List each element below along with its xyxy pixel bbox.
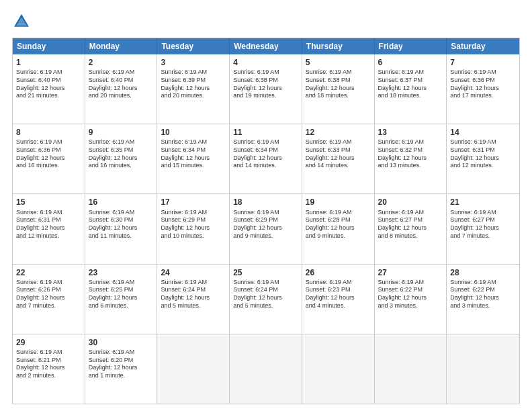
calendar-empty	[375, 334, 447, 404]
header-day-thursday: Thursday	[302, 38, 375, 54]
day-number: 24	[161, 267, 226, 278]
day-info: Sunrise: 6:19 AM Sunset: 6:24 PM Dayligh…	[161, 279, 226, 310]
day-number: 9	[89, 127, 154, 138]
day-info: Sunrise: 6:19 AM Sunset: 6:36 PM Dayligh…	[16, 138, 81, 170]
calendar: SundayMondayTuesdayWednesdayThursdayFrid…	[12, 38, 520, 404]
day-info: Sunrise: 6:19 AM Sunset: 6:40 PM Dayligh…	[89, 68, 154, 100]
day-number: 3	[161, 57, 226, 68]
calendar-day-30: 30Sunrise: 6:19 AM Sunset: 6:20 PM Dayli…	[85, 334, 158, 404]
calendar-day-13: 13Sunrise: 6:19 AM Sunset: 6:32 PM Dayli…	[375, 124, 447, 193]
day-number: 5	[306, 57, 371, 68]
calendar-row-1: 8Sunrise: 6:19 AM Sunset: 6:36 PM Daylig…	[13, 124, 519, 193]
calendar-day-25: 25Sunrise: 6:19 AM Sunset: 6:24 PM Dayli…	[230, 265, 302, 334]
day-info: Sunrise: 6:19 AM Sunset: 6:24 PM Dayligh…	[233, 279, 298, 310]
page: SundayMondayTuesdayWednesdayThursdayFrid…	[0, 0, 532, 411]
header-day-sunday: Sunday	[13, 38, 85, 54]
calendar-day-2: 2Sunrise: 6:19 AM Sunset: 6:40 PM Daylig…	[85, 54, 158, 124]
day-number: 29	[16, 337, 81, 348]
day-number: 12	[306, 127, 371, 138]
day-info: Sunrise: 6:19 AM Sunset: 6:34 PM Dayligh…	[161, 138, 226, 170]
day-info: Sunrise: 6:19 AM Sunset: 6:34 PM Dayligh…	[233, 138, 298, 170]
day-number: 21	[450, 197, 516, 208]
day-number: 11	[233, 127, 298, 138]
calendar-day-1: 1Sunrise: 6:19 AM Sunset: 6:40 PM Daylig…	[13, 54, 85, 124]
calendar-row-4: 29Sunrise: 6:19 AM Sunset: 6:21 PM Dayli…	[13, 334, 519, 404]
calendar-day-23: 23Sunrise: 6:19 AM Sunset: 6:25 PM Dayli…	[85, 265, 158, 334]
header-day-saturday: Saturday	[447, 38, 519, 54]
calendar-row-0: 1Sunrise: 6:19 AM Sunset: 6:40 PM Daylig…	[13, 54, 519, 124]
day-number: 18	[233, 197, 298, 208]
header-day-friday: Friday	[375, 38, 447, 54]
day-number: 25	[233, 267, 298, 278]
day-info: Sunrise: 6:19 AM Sunset: 6:21 PM Dayligh…	[16, 349, 81, 380]
day-info: Sunrise: 6:19 AM Sunset: 6:38 PM Dayligh…	[306, 68, 371, 100]
calendar-day-8: 8Sunrise: 6:19 AM Sunset: 6:36 PM Daylig…	[13, 124, 85, 193]
calendar-day-16: 16Sunrise: 6:19 AM Sunset: 6:30 PM Dayli…	[85, 194, 158, 263]
calendar-day-7: 7Sunrise: 6:19 AM Sunset: 6:36 PM Daylig…	[447, 54, 519, 124]
calendar-day-20: 20Sunrise: 6:19 AM Sunset: 6:27 PM Dayli…	[375, 194, 447, 263]
day-info: Sunrise: 6:19 AM Sunset: 6:22 PM Dayligh…	[450, 279, 516, 310]
day-number: 28	[450, 267, 516, 278]
day-info: Sunrise: 6:19 AM Sunset: 6:38 PM Dayligh…	[233, 68, 298, 100]
calendar-day-5: 5Sunrise: 6:19 AM Sunset: 6:38 PM Daylig…	[302, 54, 375, 124]
calendar-day-21: 21Sunrise: 6:19 AM Sunset: 6:27 PM Dayli…	[447, 194, 519, 263]
calendar-day-24: 24Sunrise: 6:19 AM Sunset: 6:24 PM Dayli…	[157, 265, 230, 334]
calendar-day-19: 19Sunrise: 6:19 AM Sunset: 6:28 PM Dayli…	[302, 194, 375, 263]
day-info: Sunrise: 6:19 AM Sunset: 6:33 PM Dayligh…	[306, 138, 371, 170]
day-info: Sunrise: 6:19 AM Sunset: 6:37 PM Dayligh…	[378, 68, 443, 100]
day-info: Sunrise: 6:19 AM Sunset: 6:26 PM Dayligh…	[16, 279, 81, 310]
day-info: Sunrise: 6:19 AM Sunset: 6:39 PM Dayligh…	[161, 68, 226, 100]
day-number: 27	[378, 267, 443, 278]
day-info: Sunrise: 6:19 AM Sunset: 6:23 PM Dayligh…	[306, 279, 371, 310]
calendar-empty	[157, 334, 230, 404]
calendar-header: SundayMondayTuesdayWednesdayThursdayFrid…	[13, 38, 519, 54]
logo	[12, 12, 34, 31]
calendar-day-11: 11Sunrise: 6:19 AM Sunset: 6:34 PM Dayli…	[230, 124, 302, 193]
day-info: Sunrise: 6:19 AM Sunset: 6:28 PM Dayligh…	[306, 209, 371, 240]
calendar-day-12: 12Sunrise: 6:19 AM Sunset: 6:33 PM Dayli…	[302, 124, 375, 193]
day-info: Sunrise: 6:19 AM Sunset: 6:20 PM Dayligh…	[89, 349, 154, 380]
day-info: Sunrise: 6:19 AM Sunset: 6:27 PM Dayligh…	[378, 209, 443, 240]
day-number: 26	[306, 267, 371, 278]
day-number: 14	[450, 127, 516, 138]
day-info: Sunrise: 6:19 AM Sunset: 6:35 PM Dayligh…	[89, 138, 154, 170]
calendar-day-9: 9Sunrise: 6:19 AM Sunset: 6:35 PM Daylig…	[85, 124, 158, 193]
day-info: Sunrise: 6:19 AM Sunset: 6:30 PM Dayligh…	[89, 209, 154, 240]
calendar-day-29: 29Sunrise: 6:19 AM Sunset: 6:21 PM Dayli…	[13, 334, 85, 404]
day-number: 8	[16, 127, 81, 138]
day-number: 15	[16, 197, 81, 208]
header	[12, 12, 520, 31]
calendar-empty	[230, 334, 302, 404]
day-number: 16	[89, 197, 154, 208]
day-info: Sunrise: 6:19 AM Sunset: 6:27 PM Dayligh…	[450, 209, 516, 240]
day-number: 2	[89, 57, 154, 68]
day-info: Sunrise: 6:19 AM Sunset: 6:25 PM Dayligh…	[89, 279, 154, 310]
day-number: 13	[378, 127, 443, 138]
day-number: 17	[161, 197, 226, 208]
day-number: 6	[378, 57, 443, 68]
header-day-wednesday: Wednesday	[230, 38, 302, 54]
day-number: 7	[450, 57, 516, 68]
logo-icon	[12, 12, 31, 31]
day-number: 30	[89, 337, 154, 348]
day-number: 22	[16, 267, 81, 278]
calendar-day-26: 26Sunrise: 6:19 AM Sunset: 6:23 PM Dayli…	[302, 265, 375, 334]
calendar-day-10: 10Sunrise: 6:19 AM Sunset: 6:34 PM Dayli…	[157, 124, 230, 193]
day-info: Sunrise: 6:19 AM Sunset: 6:32 PM Dayligh…	[378, 138, 443, 170]
day-info: Sunrise: 6:19 AM Sunset: 6:40 PM Dayligh…	[16, 68, 81, 100]
day-number: 20	[378, 197, 443, 208]
calendar-empty	[302, 334, 375, 404]
day-info: Sunrise: 6:19 AM Sunset: 6:29 PM Dayligh…	[233, 209, 298, 240]
day-info: Sunrise: 6:19 AM Sunset: 6:36 PM Dayligh…	[450, 68, 516, 100]
day-info: Sunrise: 6:19 AM Sunset: 6:31 PM Dayligh…	[450, 138, 516, 170]
day-number: 1	[16, 57, 81, 68]
header-day-monday: Monday	[85, 38, 158, 54]
calendar-day-28: 28Sunrise: 6:19 AM Sunset: 6:22 PM Dayli…	[447, 265, 519, 334]
day-number: 10	[161, 127, 226, 138]
calendar-day-4: 4Sunrise: 6:19 AM Sunset: 6:38 PM Daylig…	[230, 54, 302, 124]
day-info: Sunrise: 6:19 AM Sunset: 6:29 PM Dayligh…	[161, 209, 226, 240]
calendar-row-2: 15Sunrise: 6:19 AM Sunset: 6:31 PM Dayli…	[13, 193, 519, 263]
calendar-day-6: 6Sunrise: 6:19 AM Sunset: 6:37 PM Daylig…	[375, 54, 447, 124]
calendar-day-22: 22Sunrise: 6:19 AM Sunset: 6:26 PM Dayli…	[13, 265, 85, 334]
calendar-empty	[447, 334, 519, 404]
